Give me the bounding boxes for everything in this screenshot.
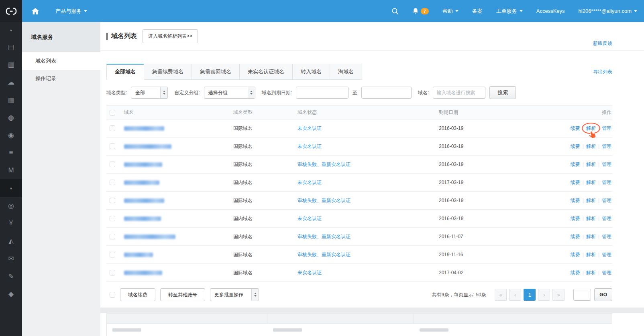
status-link[interactable]: 未实名认证 xyxy=(298,180,322,185)
manage-link[interactable]: 管理 xyxy=(602,216,611,221)
tab-tao-domain[interactable]: 淘域名 xyxy=(330,64,362,80)
expiry-start-input[interactable] xyxy=(296,87,348,99)
row-checkbox[interactable] xyxy=(110,198,115,203)
resolve-list-button[interactable]: 进入域名解析列表>> xyxy=(143,29,198,43)
renew-link[interactable]: 续费 xyxy=(571,198,580,203)
resolve-link[interactable]: 解析 xyxy=(586,162,596,167)
domain-search-input[interactable] xyxy=(433,87,485,99)
user-icon[interactable]: ◎ xyxy=(0,197,22,215)
domain-name-redacted[interactable] xyxy=(124,126,164,131)
row-checkbox[interactable] xyxy=(110,270,115,275)
search-button[interactable]: 搜索 xyxy=(489,86,516,99)
domain-renew-button[interactable]: 域名续费 xyxy=(120,288,155,301)
manage-link[interactable]: 管理 xyxy=(602,125,611,131)
status-link[interactable]: 未实名认证 xyxy=(298,144,322,149)
renew-link[interactable]: 续费 xyxy=(571,270,580,275)
last-page-button[interactable]: » xyxy=(552,289,565,301)
resolve-link[interactable]: 解析 xyxy=(586,144,596,149)
security-icon[interactable]: ◆ xyxy=(0,285,22,303)
renew-link[interactable]: 续费 xyxy=(571,234,580,239)
renew-link[interactable]: 续费 xyxy=(571,252,580,257)
manage-link[interactable]: 管理 xyxy=(602,144,611,149)
domain-name-redacted[interactable] xyxy=(124,253,153,257)
globe-icon[interactable]: ◍ xyxy=(0,109,22,126)
search-button[interactable] xyxy=(385,0,406,22)
go-button[interactable]: GO xyxy=(594,288,612,301)
sidebar-item-domain-list[interactable]: 域名列表 xyxy=(22,52,100,70)
select-all-footer-checkbox[interactable] xyxy=(110,292,115,298)
next-page-button[interactable]: › xyxy=(538,289,550,301)
domain-name-redacted[interactable] xyxy=(124,198,164,203)
feedback-link[interactable]: 新版反馈 xyxy=(593,40,612,47)
manage-link[interactable]: 管理 xyxy=(602,234,611,239)
resolve-link[interactable]: 解析 xyxy=(586,270,596,275)
domain-type-select[interactable]: 全部 xyxy=(131,87,168,99)
row-checkbox[interactable] xyxy=(110,180,115,185)
collapse-caret-icon[interactable]: ▾ xyxy=(0,22,22,38)
renew-link[interactable]: 续费 xyxy=(571,125,580,131)
renew-link[interactable]: 续费 xyxy=(571,180,580,185)
tab-transfer-in[interactable]: 转入域名 xyxy=(293,64,330,80)
aliyun-logo[interactable] xyxy=(0,0,22,22)
row-checkbox[interactable] xyxy=(110,162,115,167)
renew-link[interactable]: 续费 xyxy=(571,216,580,221)
accesskeys-link[interactable]: AccessKeys xyxy=(530,0,572,22)
home-button[interactable] xyxy=(22,0,49,22)
domain-name-redacted[interactable] xyxy=(124,235,175,239)
first-page-button[interactable]: « xyxy=(495,289,507,301)
domain-name-redacted[interactable] xyxy=(124,271,162,275)
manage-link[interactable]: 管理 xyxy=(602,270,611,275)
renew-link[interactable]: 续费 xyxy=(571,144,580,149)
help-menu[interactable]: 帮助 xyxy=(436,0,465,22)
resolve-link[interactable]: 解析 xyxy=(586,180,596,185)
row-checkbox[interactable] xyxy=(110,144,115,149)
batch-actions-select[interactable]: 更多批量操作 xyxy=(210,288,259,301)
status-link[interactable]: 审核失败、重新实名认证 xyxy=(298,234,351,239)
transfer-account-button[interactable]: 转至其他账号 xyxy=(160,288,205,301)
tab-all-domains[interactable]: 全部域名 xyxy=(106,64,144,80)
mail-icon[interactable]: ✉ xyxy=(0,250,22,267)
dns-icon[interactable]: ◉ xyxy=(0,126,22,144)
tab-redeem-urgent[interactable]: 急需赎回域名 xyxy=(192,64,240,80)
manage-link[interactable]: 管理 xyxy=(602,162,611,167)
monitor-icon[interactable]: ◭ xyxy=(0,232,22,250)
page-number-button[interactable]: 1 xyxy=(524,289,536,301)
resolve-link[interactable]: 解析 xyxy=(586,234,596,239)
export-link[interactable]: 导出列表 xyxy=(593,69,612,75)
domain-name-redacted[interactable] xyxy=(124,144,171,149)
status-link[interactable]: 未实名认证 xyxy=(298,125,322,131)
page-jump-input[interactable] xyxy=(573,289,591,301)
prev-page-button[interactable]: ‹ xyxy=(509,289,521,301)
cdn-icon[interactable]: M xyxy=(0,162,22,179)
domain-name-redacted[interactable] xyxy=(124,162,162,167)
custom-group-select[interactable]: 选择分组 xyxy=(204,87,255,99)
group-collapse-caret-icon[interactable]: ▾ xyxy=(0,179,22,197)
snapshot-icon[interactable]: ▦ xyxy=(0,91,22,109)
notifications-button[interactable]: 7 xyxy=(406,0,436,22)
expiry-end-input[interactable] xyxy=(361,87,412,99)
storage-icon[interactable]: ▥ xyxy=(0,56,22,73)
products-menu[interactable]: 产品与服务 xyxy=(49,0,94,22)
cloud-icon[interactable]: ☁ xyxy=(0,73,22,91)
row-checkbox[interactable] xyxy=(110,216,115,221)
status-link[interactable]: 审核失败、重新实名认证 xyxy=(298,252,351,257)
ticket-menu[interactable]: 工单服务 xyxy=(489,0,530,22)
row-checkbox[interactable] xyxy=(110,252,115,257)
row-checkbox[interactable] xyxy=(110,234,115,239)
billing-icon[interactable]: ¥ xyxy=(0,215,22,232)
manage-link[interactable]: 管理 xyxy=(602,198,611,203)
select-all-checkbox[interactable] xyxy=(110,110,115,115)
domain-name-redacted[interactable] xyxy=(124,180,159,185)
edit-icon[interactable]: ✎ xyxy=(0,267,22,285)
resolve-link[interactable]: 解析 xyxy=(586,198,596,203)
beian-link[interactable]: 备案 xyxy=(465,0,489,22)
tab-renew-urgent[interactable]: 急需续费域名 xyxy=(144,64,192,80)
manage-link[interactable]: 管理 xyxy=(602,252,611,257)
resolve-link[interactable]: 解析 xyxy=(586,125,596,131)
status-link[interactable]: 审核失败、重新实名认证 xyxy=(298,162,351,167)
resolve-link[interactable]: 解析 xyxy=(586,252,596,257)
row-checkbox[interactable] xyxy=(110,125,115,131)
status-link[interactable]: 未实名认证 xyxy=(298,216,322,221)
renew-link[interactable]: 续费 xyxy=(571,162,580,167)
status-link[interactable]: 未实名认证 xyxy=(298,270,322,275)
